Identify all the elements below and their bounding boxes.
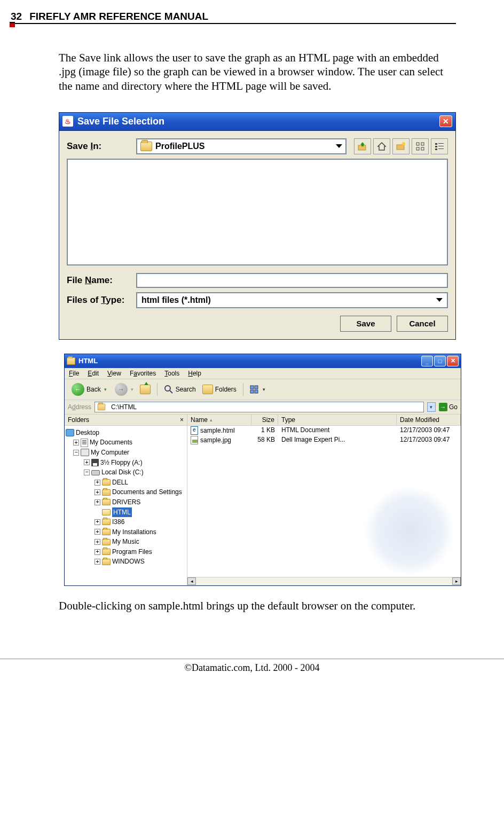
svg-rect-7 [435, 143, 437, 145]
page-header: 32 FIREFLY AMR REFERENCE MANUAL [11, 11, 456, 24]
save-in-value: ProfilePLUS [155, 142, 204, 151]
back-button[interactable]: ← Back ▾ [68, 381, 111, 397]
menu-favorites[interactable]: Favorites [130, 370, 156, 377]
scroll-track[interactable] [196, 577, 452, 585]
tree-node-i386[interactable]: + I386 [94, 517, 186, 527]
expand-icon[interactable]: + [94, 559, 100, 565]
details-view-button[interactable] [431, 138, 448, 154]
tree-node-floppy[interactable]: + 3½ Floppy (A:) [84, 458, 186, 468]
tree-node-desktop[interactable]: Desktop [66, 428, 186, 438]
col-name[interactable]: Name ▴ [187, 415, 251, 425]
expand-icon[interactable]: + [94, 539, 100, 545]
intro-paragraph: The Save link allows the user to save th… [59, 51, 456, 93]
col-date[interactable]: Date Modified [397, 415, 461, 425]
tree-node-html[interactable]: HTML [94, 507, 186, 518]
close-button[interactable]: ✕ [439, 115, 452, 127]
views-icon [250, 385, 261, 394]
tree-node-my-documents[interactable]: + My Documents [73, 437, 186, 448]
maximize-button[interactable]: □ [434, 356, 446, 366]
svg-rect-1 [397, 145, 404, 150]
explorer-toolbar: ← Back ▾ → ▾ Search Folders [65, 379, 461, 400]
folder-icon [102, 549, 111, 555]
tree-node-docs-settings[interactable]: + Documents and Settings [94, 487, 186, 497]
minimize-button[interactable]: _ [421, 356, 433, 366]
explorer-titlebar[interactable]: HTML _ □ ✕ [65, 354, 461, 368]
col-type[interactable]: Type [278, 415, 397, 425]
expand-icon[interactable]: + [94, 529, 100, 535]
collapse-icon[interactable]: − [73, 450, 79, 456]
back-label: Back [86, 386, 101, 393]
tree-node-drivers[interactable]: + DRIVERS [94, 497, 186, 507]
tree-node-my-installations[interactable]: + My Installations [94, 527, 186, 537]
list-view-button[interactable] [412, 138, 429, 154]
tree-node-my-computer[interactable]: − My Computer [73, 448, 186, 458]
folder-tree[interactable]: Desktop + My Documents − My Computer + [65, 426, 187, 569]
cancel-button[interactable]: Cancel [397, 316, 448, 332]
expand-icon[interactable]: + [94, 499, 100, 505]
files-of-type-combo[interactable]: html files (*.html) [136, 292, 448, 308]
tree-node-my-music[interactable]: + My Music [94, 537, 186, 547]
explorer-title: HTML [78, 357, 98, 365]
dialog-titlebar[interactable]: ♨ Save File Selection ✕ [59, 113, 455, 131]
closing-paragraph: Double-clicking on sample.html brings up… [59, 599, 456, 613]
new-folder-button[interactable] [392, 138, 410, 154]
file-list-body[interactable]: sample.html 1 KB HTML Document 12/17/200… [187, 426, 461, 577]
menu-tools[interactable]: Tools [164, 370, 179, 377]
red-marker [10, 22, 15, 27]
folders-pane-close[interactable]: × [180, 416, 184, 424]
up-one-level-button[interactable] [354, 138, 371, 154]
expand-icon[interactable]: + [94, 480, 100, 486]
forward-button[interactable]: → ▾ [113, 382, 136, 397]
folders-button[interactable]: Folders [200, 384, 239, 395]
views-button[interactable]: ▾ [248, 384, 267, 395]
file-list-area[interactable] [67, 159, 448, 265]
svg-rect-18 [255, 390, 258, 393]
up-button[interactable] [138, 384, 153, 395]
tree-node-dell[interactable]: + DELL [94, 478, 186, 488]
close-button[interactable]: ✕ [447, 356, 459, 366]
watermark-icon [361, 488, 458, 574]
tree-node-program-files[interactable]: + Program Files [94, 547, 186, 557]
file-row[interactable]: sample.jpg 58 KB Dell Image Expert Pi...… [187, 435, 461, 445]
java-icon: ♨ [62, 116, 73, 127]
collapse-icon[interactable]: − [84, 470, 90, 475]
menu-help[interactable]: Help [188, 370, 201, 377]
menu-view[interactable]: View [107, 370, 121, 377]
address-dropdown[interactable]: ▾ [427, 402, 436, 412]
save-button[interactable]: Save [340, 316, 391, 332]
menu-edit[interactable]: Edit [88, 370, 99, 377]
expand-icon[interactable]: + [84, 459, 90, 465]
scroll-left-button[interactable]: ◂ [187, 577, 196, 585]
tree-node-windows[interactable]: + WINDOWS [94, 557, 186, 567]
col-size[interactable]: Size [251, 415, 278, 425]
svg-rect-11 [435, 148, 437, 150]
jpg-file-icon [191, 436, 198, 444]
chevron-down-icon [436, 298, 443, 302]
expand-icon[interactable]: + [73, 440, 79, 445]
file-name-label: File Name: [67, 275, 136, 286]
menu-file[interactable]: File [69, 370, 79, 377]
expand-icon[interactable]: + [94, 519, 100, 525]
address-input[interactable]: C:\HTML [94, 402, 424, 412]
go-button[interactable]: → Go [439, 403, 458, 411]
separator [243, 383, 243, 396]
svg-point-2 [402, 142, 405, 145]
files-of-type-value: html files (*.html) [141, 295, 211, 305]
save-in-combo[interactable]: ProfilePLUS [136, 138, 346, 154]
file-name-input[interactable] [136, 273, 448, 288]
floppy-icon [91, 459, 99, 466]
scroll-right-button[interactable]: ▸ [452, 577, 461, 585]
expand-icon[interactable]: + [94, 489, 100, 495]
html-file-icon [191, 426, 198, 435]
folders-icon [202, 385, 213, 394]
folder-icon [102, 479, 111, 486]
horizontal-scrollbar[interactable]: ◂ ▸ [187, 577, 461, 585]
new-folder-icon [396, 141, 406, 152]
svg-rect-16 [255, 386, 258, 389]
home-button[interactable] [373, 138, 390, 154]
search-button[interactable]: Search [162, 384, 198, 395]
expand-icon[interactable]: + [94, 549, 100, 555]
file-row[interactable]: sample.html 1 KB HTML Document 12/17/200… [187, 426, 461, 435]
page-footer: ©Datamatic.com, Ltd. 2000 - 2004 [0, 659, 504, 674]
tree-node-local-disk[interactable]: − Local Disk (C:) [84, 467, 186, 478]
